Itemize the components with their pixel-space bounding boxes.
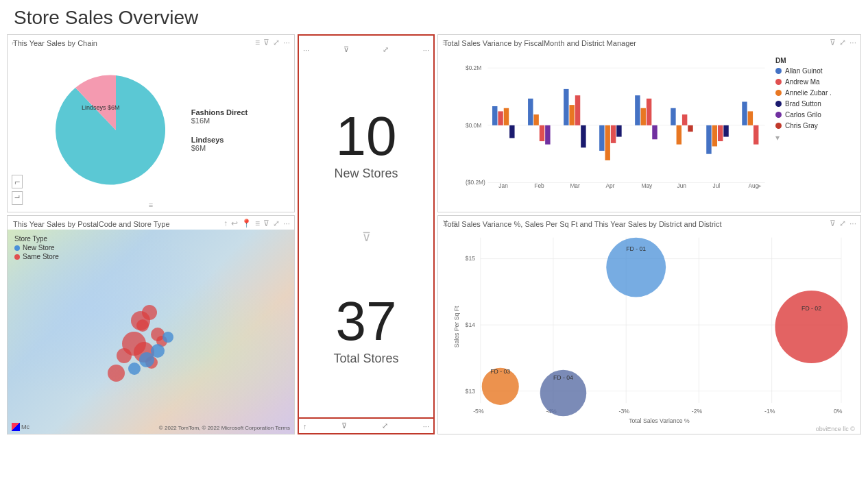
svg-rect-14 [564, 89, 568, 125]
map-filter-icon[interactable]: ⊽ [263, 219, 269, 228]
bar-right-icons: ⊽ ⤢ ··· [830, 38, 856, 47]
kpi-up-icon[interactable]: ↑ [303, 422, 307, 430]
legend-item-3: Brad Sutton [775, 100, 856, 108]
bubble-filter-icon[interactable]: ⊽ [830, 219, 836, 228]
bar-content: $0.2M $0.0M ($0.2M) [438, 35, 860, 212]
legend-dot-5 [775, 123, 782, 129]
kpi-filter-icon[interactable]: ⊽ [362, 230, 371, 244]
bar-filter-icon[interactable]: ⊽ [830, 38, 836, 47]
x-tick-1: -1% [764, 408, 775, 415]
legend-label-3: Brad Sutton [785, 100, 821, 108]
pie-container: Lindseys $6M Fashions Direct $16M Lindse… [8, 35, 294, 212]
bar-more-icon[interactable]: ··· [849, 38, 856, 47]
svg-text:($0.2M): ($0.2M) [466, 179, 485, 186]
map-up-icon[interactable]: ↑ [224, 219, 228, 228]
kpi-filter-top[interactable]: ⊽ [343, 45, 349, 54]
legend-label-4: Carlos Grilo [785, 111, 821, 119]
bubble-fd01-label: FD - 01 [626, 245, 646, 252]
svg-rect-33 [723, 125, 728, 137]
map-copyright: © 2022 TomTom, © 2022 Microsoft Corporat… [159, 425, 290, 431]
svg-text:Apr: Apr [605, 182, 614, 189]
bar-expand-icon[interactable]: ⤢ [839, 38, 846, 47]
bubble-right-icons: ⊽ ⤢ ··· [830, 219, 856, 228]
bubble-fd02 [775, 291, 847, 363]
svg-rect-12 [540, 125, 544, 141]
kpi-ellipsis[interactable]: ··· [303, 46, 309, 54]
legend-dot-0 [775, 68, 782, 74]
pie-label-lindseys: Lindseys $6M [191, 136, 248, 152]
kpi-panel: ··· ⊽ ⤢ ··· 10 New Stores ⊽ 37 Total Sto… [298, 34, 435, 434]
bubble-fd02-label: FD - 02 [801, 305, 821, 312]
legend-item-1: Andrew Ma [775, 78, 856, 86]
bubble-expand-icon[interactable]: ⤢ [839, 219, 846, 228]
map-expand-icon[interactable]: ⤢ [273, 219, 280, 228]
pie-title: This Year Sales by Chain [8, 35, 103, 49]
pie-chart-svg: Lindseys $6M [54, 69, 178, 192]
map-pin-icon[interactable]: 📍 [241, 219, 252, 228]
map-menu-icon[interactable]: ≡ [255, 219, 260, 228]
svg-rect-27 [677, 125, 682, 145]
svg-rect-10 [528, 99, 533, 125]
kpi-expand-bottom[interactable]: ⤢ [382, 421, 388, 430]
svg-rect-35 [748, 111, 753, 125]
svg-text:▸: ▸ [758, 182, 762, 189]
x-tick-0: 0% [834, 408, 843, 415]
svg-rect-11 [533, 114, 538, 125]
svg-rect-28 [682, 114, 687, 125]
svg-rect-22 [635, 95, 640, 125]
store-dot-blue-4 [128, 363, 141, 375]
resize-handle-tl[interactable]: ⌐ [12, 175, 23, 188]
map-undo-icon[interactable]: ↩ [231, 219, 238, 228]
bar-chart-svg: $0.2M $0.0M ($0.2M) [466, 57, 771, 191]
bing-logo-icon [12, 423, 20, 431]
new-store-dot [14, 245, 20, 251]
svg-rect-9 [509, 125, 514, 138]
pie-label-lindseys-text: Lindseys $6M [82, 104, 120, 111]
legend-scroll-down[interactable]: ▾ [775, 133, 856, 143]
map-legend: Store Type New Store Same Store [14, 235, 59, 262]
new-stores-label: New Stores [334, 167, 398, 181]
bubble-fd04-label: FD - 04 [553, 374, 573, 381]
svg-rect-13 [545, 125, 550, 145]
pie-filter-icon[interactable]: ⊽ [263, 38, 269, 47]
svg-rect-18 [599, 125, 604, 151]
y-axis-label: Sales Per Sq Ft [453, 306, 460, 347]
fashions-val: $16M [191, 116, 248, 125]
legend-item-2: Annelie Zubar . [775, 89, 856, 97]
legend-label-1: Andrew Ma [785, 78, 820, 86]
store-type-label: Store Type [14, 235, 59, 243]
map-title: This Year Sales by PostalCode and Store … [8, 216, 176, 230]
y-tick-15: $15 [466, 255, 476, 262]
new-store-label: New Store [23, 244, 55, 251]
kpi-corner-top[interactable]: ··· [423, 46, 429, 54]
new-stores-block: 10 New Stores [299, 57, 433, 225]
bubble-more-icon[interactable]: ··· [849, 219, 856, 228]
map-more-icon[interactable]: ··· [283, 219, 290, 228]
kpi-more-bottom[interactable]: ··· [423, 422, 429, 430]
pie-label-fashions: Fashions Direct $16M [191, 108, 248, 125]
kpi-expand-top[interactable]: ⤢ [383, 45, 389, 54]
pie-more-icon[interactable]: ··· [283, 38, 290, 47]
total-stores-block: 37 Total Stores [299, 249, 433, 417]
kpi-filter-bottom[interactable]: ⊽ [341, 421, 347, 430]
store-dot-blue-2 [162, 332, 173, 343]
svg-rect-25 [652, 125, 657, 139]
legend-label-2: Annelie Zubar . [785, 89, 832, 97]
pie-menu-icon[interactable]: ≡ [255, 38, 260, 47]
map-background: Store Type New Store Same Store [8, 230, 294, 434]
svg-rect-23 [641, 108, 646, 125]
bubble-fd03-label: FD - 03 [490, 368, 510, 375]
main-grid: ⌐ ⌐ ≡ ⊽ ⤢ ··· This Year Sales by Chain [7, 34, 861, 480]
legend-item-5: Chris Gray [775, 122, 856, 130]
pie-bottom-icon[interactable]: ≡ [149, 201, 153, 209]
svg-text:May: May [641, 182, 653, 189]
svg-rect-20 [611, 125, 616, 143]
svg-text:Mar: Mar [570, 182, 580, 189]
x-tick-2: -2% [692, 408, 703, 415]
page-title: Store Sales Overview [7, 7, 861, 29]
map-logo: Mc [12, 423, 29, 431]
pie-expand-icon[interactable]: ⤢ [273, 38, 280, 47]
new-store-legend: New Store [14, 244, 59, 251]
svg-rect-26 [671, 108, 675, 125]
legend-dot-3 [775, 101, 782, 107]
